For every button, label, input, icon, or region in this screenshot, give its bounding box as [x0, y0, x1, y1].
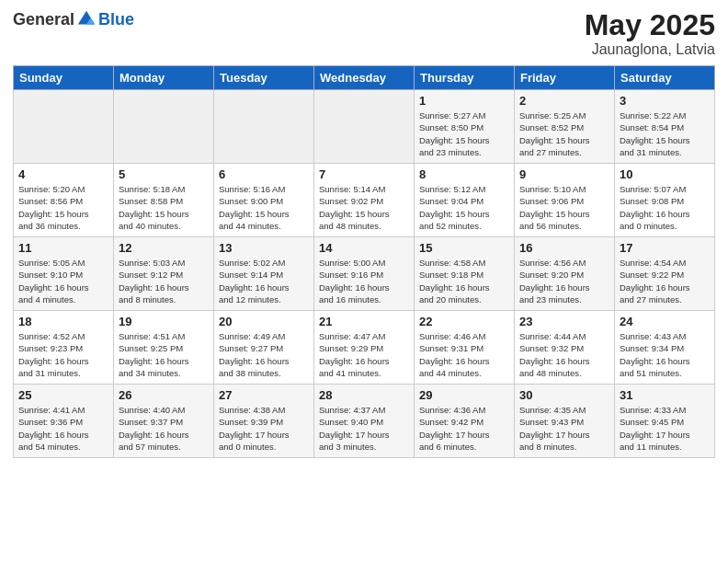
day-info: Sunrise: 5:16 AMSunset: 9:00 PMDaylight:…: [219, 183, 309, 232]
calendar-cell: 25Sunrise: 4:41 AMSunset: 9:36 PMDayligh…: [14, 385, 114, 458]
day-info: Sunrise: 5:07 AMSunset: 9:08 PMDaylight:…: [620, 183, 710, 232]
calendar-cell: 27Sunrise: 4:38 AMSunset: 9:39 PMDayligh…: [214, 385, 314, 458]
day-info: Sunrise: 5:18 AMSunset: 8:58 PMDaylight:…: [119, 183, 209, 232]
calendar-cell: 10Sunrise: 5:07 AMSunset: 9:08 PMDayligh…: [615, 164, 715, 237]
day-number: 31: [620, 388, 710, 402]
calendar-cell: 24Sunrise: 4:43 AMSunset: 9:34 PMDayligh…: [615, 311, 715, 385]
day-number: 17: [620, 241, 710, 255]
logo-general-text: General: [13, 10, 74, 29]
day-number: 14: [319, 241, 409, 255]
calendar-cell: 9Sunrise: 5:10 AMSunset: 9:06 PMDaylight…: [515, 164, 615, 237]
calendar-cell: 16Sunrise: 4:56 AMSunset: 9:20 PMDayligh…: [515, 237, 615, 311]
day-info: Sunrise: 5:03 AMSunset: 9:12 PMDaylight:…: [119, 257, 209, 305]
day-number: 13: [219, 241, 309, 255]
day-info: Sunrise: 5:02 AMSunset: 9:14 PMDaylight:…: [219, 257, 309, 305]
day-number: 2: [519, 94, 609, 108]
calendar-cell: 4Sunrise: 5:20 AMSunset: 8:56 PMDaylight…: [14, 164, 114, 237]
calendar-cell: 28Sunrise: 4:37 AMSunset: 9:40 PMDayligh…: [314, 385, 415, 458]
header: General Blue May 2025 Jaunaglona, Latvia: [13, 9, 715, 58]
day-info: Sunrise: 4:44 AMSunset: 9:32 PMDaylight:…: [519, 330, 609, 379]
day-number: 12: [119, 241, 209, 255]
week-row-5: 25Sunrise: 4:41 AMSunset: 9:36 PMDayligh…: [14, 385, 715, 458]
title-block: May 2025 Jaunaglona, Latvia: [585, 9, 715, 58]
calendar-cell: 14Sunrise: 5:00 AMSunset: 9:16 PMDayligh…: [314, 237, 415, 311]
day-number: 4: [18, 167, 108, 181]
day-number: 3: [620, 94, 710, 108]
calendar-cell: [314, 90, 415, 164]
day-info: Sunrise: 5:00 AMSunset: 9:16 PMDaylight:…: [319, 257, 409, 305]
day-info: Sunrise: 4:41 AMSunset: 9:36 PMDaylight:…: [18, 404, 108, 453]
calendar-cell: 12Sunrise: 5:03 AMSunset: 9:12 PMDayligh…: [114, 237, 214, 311]
day-number: 25: [18, 388, 108, 402]
calendar-title: May 2025: [585, 9, 715, 41]
calendar-cell: 8Sunrise: 5:12 AMSunset: 9:04 PMDaylight…: [415, 164, 515, 237]
calendar-cell: [114, 90, 214, 164]
day-number: 22: [419, 315, 509, 328]
calendar-cell: 11Sunrise: 5:05 AMSunset: 9:10 PMDayligh…: [14, 237, 114, 311]
calendar-cell: 5Sunrise: 5:18 AMSunset: 8:58 PMDaylight…: [114, 164, 214, 237]
calendar-cell: 1Sunrise: 5:27 AMSunset: 8:50 PMDaylight…: [415, 90, 515, 164]
calendar-cell: 30Sunrise: 4:35 AMSunset: 9:43 PMDayligh…: [515, 385, 615, 458]
logo: General Blue: [13, 9, 134, 29]
day-info: Sunrise: 5:25 AMSunset: 8:52 PMDaylight:…: [519, 109, 609, 158]
header-row: Sunday Monday Tuesday Wednesday Thursday…: [14, 66, 715, 90]
calendar-cell: 15Sunrise: 4:58 AMSunset: 9:18 PMDayligh…: [415, 237, 515, 311]
calendar-cell: 13Sunrise: 5:02 AMSunset: 9:14 PMDayligh…: [214, 237, 314, 311]
logo-blue-text: Blue: [98, 10, 134, 29]
calendar-cell: 29Sunrise: 4:36 AMSunset: 9:42 PMDayligh…: [415, 385, 515, 458]
day-info: Sunrise: 4:33 AMSunset: 9:45 PMDaylight:…: [620, 404, 710, 453]
day-number: 28: [319, 388, 409, 402]
day-info: Sunrise: 5:05 AMSunset: 9:10 PMDaylight:…: [18, 257, 108, 305]
day-number: 21: [319, 315, 409, 328]
day-number: 29: [419, 388, 509, 402]
day-info: Sunrise: 4:46 AMSunset: 9:31 PMDaylight:…: [419, 330, 509, 379]
week-row-3: 11Sunrise: 5:05 AMSunset: 9:10 PMDayligh…: [14, 237, 715, 311]
calendar-cell: 23Sunrise: 4:44 AMSunset: 9:32 PMDayligh…: [515, 311, 615, 385]
day-number: 11: [18, 241, 108, 255]
day-info: Sunrise: 5:20 AMSunset: 8:56 PMDaylight:…: [18, 183, 108, 232]
calendar-cell: 17Sunrise: 4:54 AMSunset: 9:22 PMDayligh…: [615, 237, 715, 311]
week-row-2: 4Sunrise: 5:20 AMSunset: 8:56 PMDaylight…: [14, 164, 715, 237]
day-info: Sunrise: 4:38 AMSunset: 9:39 PMDaylight:…: [219, 404, 309, 453]
day-info: Sunrise: 4:37 AMSunset: 9:40 PMDaylight:…: [319, 404, 409, 453]
day-number: 18: [18, 315, 108, 328]
header-sunday: Sunday: [14, 66, 114, 90]
day-number: 19: [119, 315, 209, 328]
calendar-cell: 21Sunrise: 4:47 AMSunset: 9:29 PMDayligh…: [314, 311, 415, 385]
day-number: 9: [519, 167, 609, 181]
calendar-cell: [14, 90, 114, 164]
day-number: 1: [419, 94, 509, 108]
calendar-cell: 26Sunrise: 4:40 AMSunset: 9:37 PMDayligh…: [114, 385, 214, 458]
calendar-cell: 3Sunrise: 5:22 AMSunset: 8:54 PMDaylight…: [615, 90, 715, 164]
calendar-cell: 6Sunrise: 5:16 AMSunset: 9:00 PMDaylight…: [214, 164, 314, 237]
day-info: Sunrise: 5:22 AMSunset: 8:54 PMDaylight:…: [620, 109, 710, 158]
logo-icon: [76, 9, 97, 29]
day-info: Sunrise: 4:51 AMSunset: 9:25 PMDaylight:…: [119, 330, 209, 379]
day-number: 16: [519, 241, 609, 255]
header-wednesday: Wednesday: [314, 66, 415, 90]
day-info: Sunrise: 4:36 AMSunset: 9:42 PMDaylight:…: [419, 404, 509, 453]
calendar-table: Sunday Monday Tuesday Wednesday Thursday…: [13, 65, 715, 458]
calendar-cell: [214, 90, 314, 164]
header-tuesday: Tuesday: [214, 66, 314, 90]
calendar-cell: 20Sunrise: 4:49 AMSunset: 9:27 PMDayligh…: [214, 311, 314, 385]
day-info: Sunrise: 4:58 AMSunset: 9:18 PMDaylight:…: [419, 257, 509, 305]
day-info: Sunrise: 4:52 AMSunset: 9:23 PMDaylight:…: [18, 330, 108, 379]
day-info: Sunrise: 4:49 AMSunset: 9:27 PMDaylight:…: [219, 330, 309, 379]
day-info: Sunrise: 5:12 AMSunset: 9:04 PMDaylight:…: [419, 183, 509, 232]
day-info: Sunrise: 5:14 AMSunset: 9:02 PMDaylight:…: [319, 183, 409, 232]
day-number: 7: [319, 167, 409, 181]
calendar-cell: 18Sunrise: 4:52 AMSunset: 9:23 PMDayligh…: [14, 311, 114, 385]
calendar-cell: 2Sunrise: 5:25 AMSunset: 8:52 PMDaylight…: [515, 90, 615, 164]
day-number: 5: [119, 167, 209, 181]
day-number: 8: [419, 167, 509, 181]
day-number: 15: [419, 241, 509, 255]
week-row-1: 1Sunrise: 5:27 AMSunset: 8:50 PMDaylight…: [14, 90, 715, 164]
day-info: Sunrise: 5:10 AMSunset: 9:06 PMDaylight:…: [519, 183, 609, 232]
calendar-cell: 22Sunrise: 4:46 AMSunset: 9:31 PMDayligh…: [415, 311, 515, 385]
day-number: 6: [219, 167, 309, 181]
calendar-cell: 19Sunrise: 4:51 AMSunset: 9:25 PMDayligh…: [114, 311, 214, 385]
header-friday: Friday: [515, 66, 615, 90]
main-container: General Blue May 2025 Jaunaglona, Latvia…: [0, 0, 728, 563]
day-number: 24: [620, 315, 710, 328]
